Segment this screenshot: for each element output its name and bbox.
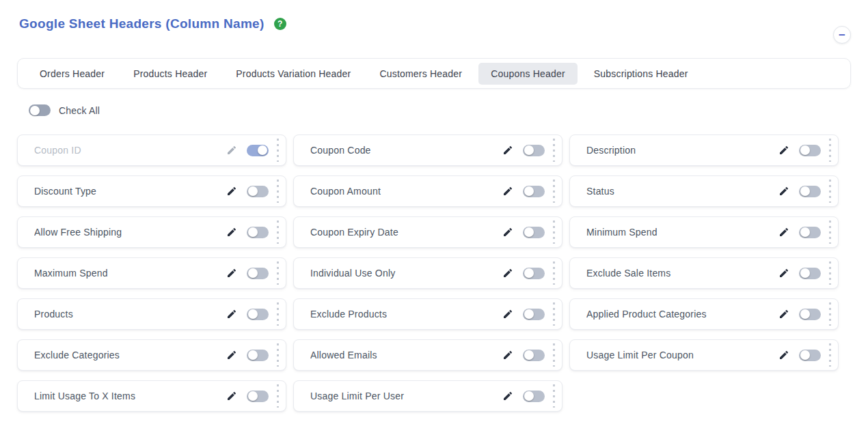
field-grid: Coupon ID Coupon Code Description Discou… — [17, 134, 839, 412]
field-card-allow-free-shipping: Allow Free Shipping — [17, 216, 286, 248]
help-icon[interactable]: ? — [274, 18, 286, 30]
edit-button[interactable] — [226, 186, 237, 197]
field-toggle[interactable] — [523, 186, 545, 197]
edit-button[interactable] — [502, 268, 513, 279]
field-toggle[interactable] — [799, 350, 821, 361]
field-card-applied-product-categories: Applied Product Categories — [569, 298, 839, 330]
field-card-exclude-sale-items: Exclude Sale Items — [569, 257, 839, 289]
field-toggle[interactable] — [523, 145, 545, 156]
field-toggle[interactable] — [523, 391, 545, 402]
field-label: Coupon Expiry Date — [310, 227, 502, 238]
edit-button[interactable] — [502, 186, 513, 197]
field-toggle[interactable] — [247, 227, 269, 238]
edit-button[interactable] — [226, 145, 237, 156]
field-toggle[interactable] — [247, 391, 269, 402]
collapse-button[interactable]: − — [833, 26, 851, 44]
drag-handle-icon[interactable] — [829, 180, 831, 203]
drag-handle-icon[interactable] — [277, 302, 279, 326]
drag-handle-icon[interactable] — [829, 139, 831, 162]
field-card-discount-type: Discount Type — [17, 175, 286, 207]
field-toggle[interactable] — [799, 186, 821, 197]
edit-button[interactable] — [778, 145, 789, 156]
field-toggle[interactable] — [247, 268, 269, 279]
drag-handle-icon[interactable] — [553, 343, 555, 367]
field-card-coupon-expiry-date: Coupon Expiry Date — [293, 216, 562, 248]
field-card-description: Description — [569, 134, 839, 166]
tab-customers-header[interactable]: Customers Header — [367, 63, 474, 85]
tab-coupons-header[interactable]: Coupons Header — [478, 63, 578, 85]
field-label: Coupon Amount — [310, 186, 502, 197]
drag-handle-icon[interactable] — [829, 221, 831, 244]
drag-handle-icon[interactable] — [277, 180, 279, 203]
field-card-usage-limit-per-user: Usage Limit Per User — [293, 380, 562, 412]
field-label: Exclude Products — [310, 309, 502, 320]
field-toggle[interactable] — [523, 350, 545, 361]
drag-handle-icon[interactable] — [553, 139, 555, 162]
field-toggle[interactable] — [799, 309, 821, 320]
edit-button[interactable] — [226, 268, 237, 279]
drag-handle-icon[interactable] — [553, 261, 555, 285]
field-toggle[interactable] — [247, 145, 269, 156]
tab-products-variation-header[interactable]: Products Variation Header — [223, 63, 363, 85]
field-card-coupon-id: Coupon ID — [17, 134, 286, 166]
pencil-icon — [502, 186, 513, 197]
edit-button[interactable] — [502, 391, 513, 401]
edit-button[interactable] — [226, 309, 237, 320]
tab-products-header[interactable]: Products Header — [121, 63, 219, 85]
tab-label: Subscriptions Header — [594, 68, 688, 79]
field-card-exclude-products: Exclude Products — [293, 298, 562, 330]
field-toggle[interactable] — [799, 145, 821, 156]
edit-button[interactable] — [502, 227, 513, 238]
field-toggle[interactable] — [799, 268, 821, 279]
field-card-usage-limit-per-coupon: Usage Limit Per Coupon — [569, 339, 839, 371]
field-label: Coupon Code — [310, 145, 502, 156]
toggle-knob — [248, 391, 258, 401]
field-label: Maximum Spend — [34, 268, 226, 279]
edit-button[interactable] — [502, 350, 513, 360]
pencil-icon — [226, 309, 237, 320]
drag-handle-icon[interactable] — [829, 302, 831, 326]
field-card-exclude-categories: Exclude Categories — [17, 339, 286, 371]
drag-handle-icon[interactable] — [553, 221, 555, 244]
drag-handle-icon[interactable] — [277, 343, 279, 367]
field-toggle[interactable] — [247, 350, 269, 361]
field-toggle[interactable] — [523, 227, 545, 238]
field-toggle[interactable] — [799, 227, 821, 238]
edit-button[interactable] — [778, 268, 789, 279]
drag-handle-icon[interactable] — [553, 180, 555, 203]
drag-handle-icon[interactable] — [277, 139, 279, 162]
pencil-icon — [778, 227, 789, 238]
drag-handle-icon[interactable] — [277, 261, 279, 285]
field-toggle[interactable] — [523, 268, 545, 279]
pencil-icon — [226, 145, 237, 156]
field-label: Description — [586, 145, 778, 156]
drag-handle-icon[interactable] — [277, 384, 279, 408]
edit-button[interactable] — [226, 350, 237, 360]
drag-handle-icon[interactable] — [553, 302, 555, 326]
drag-handle-icon[interactable] — [829, 261, 831, 285]
check-all-toggle[interactable] — [29, 104, 51, 116]
drag-handle-icon[interactable] — [829, 343, 831, 367]
tab-subscriptions-header[interactable]: Subscriptions Header — [582, 63, 701, 85]
pencil-icon — [226, 227, 237, 238]
edit-button[interactable] — [778, 186, 789, 197]
tab-orders-header[interactable]: Orders Header — [27, 63, 117, 85]
pencil-icon — [502, 350, 513, 360]
drag-handle-icon[interactable] — [277, 221, 279, 244]
field-label: Exclude Categories — [34, 350, 226, 360]
pencil-icon — [226, 186, 237, 197]
edit-button[interactable] — [778, 227, 789, 238]
drag-handle-icon[interactable] — [553, 384, 555, 408]
edit-button[interactable] — [778, 350, 789, 360]
edit-button[interactable] — [502, 309, 513, 320]
edit-button[interactable] — [778, 309, 789, 320]
edit-button[interactable] — [226, 391, 237, 401]
edit-button[interactable] — [502, 145, 513, 156]
edit-button[interactable] — [226, 227, 237, 238]
field-toggle[interactable] — [523, 309, 545, 320]
field-toggle[interactable] — [247, 309, 269, 320]
toggle-knob — [800, 145, 810, 155]
field-toggle[interactable] — [247, 186, 269, 197]
field-card-individual-use-only: Individual Use Only — [293, 257, 562, 289]
toggle-knob — [248, 227, 258, 237]
